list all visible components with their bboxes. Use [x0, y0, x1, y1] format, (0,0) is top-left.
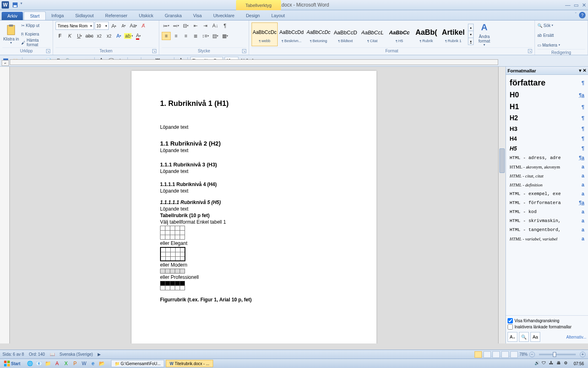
zoom-slider[interactable] — [539, 354, 576, 355]
heading-h5[interactable]: 1.1.1.1.1 Rubriknivå 5 (H5) — [160, 200, 348, 205]
text-effects-button[interactable]: A▾ — [114, 32, 123, 40]
table-caption[interactable]: Tabellrubrik (10 p fet) — [160, 213, 348, 218]
subscript-button[interactable]: x2 — [95, 32, 104, 40]
style-gallery-item[interactable]: AaBbCc¶ H5 — [386, 22, 412, 46]
shrink-font-button[interactable]: A▾ — [119, 22, 128, 30]
tab-utskick[interactable]: Utskick — [133, 11, 159, 20]
styles-pane-dropdown[interactable]: ▾ — [579, 68, 581, 73]
sort-button[interactable]: A↓ — [211, 22, 220, 30]
tray-clock[interactable]: 07:56 — [574, 361, 584, 366]
style-gallery-item[interactable]: AaBbCcDd¶ Beskrivn... — [278, 22, 305, 46]
view-draft[interactable] — [510, 351, 518, 358]
qat-save-icon[interactable] — [11, 1, 19, 9]
styles-scroll-up[interactable]: ▴ — [468, 24, 473, 31]
justify-button[interactable]: ≣ — [191, 32, 200, 40]
manage-styles-button[interactable]: Aa — [530, 332, 540, 342]
change-case-button[interactable]: Aa▾ — [129, 22, 138, 30]
zoom-in-button[interactable]: + — [580, 352, 586, 357]
highlight-button[interactable]: ab▾ — [124, 32, 133, 40]
style-list-item[interactable]: HTML - akronym, akronyma — [508, 162, 586, 171]
quicklaunch-icon[interactable]: 📁 — [44, 359, 52, 368]
format-painter-button[interactable]: 🖌Hämta format — [21, 38, 50, 47]
heading-h4[interactable]: 1.1.1.1 Rubriknivå 4 (H4) — [160, 182, 348, 187]
font-size-combo[interactable]: 10▾ — [95, 22, 109, 30]
align-left-button[interactable]: ≡ — [162, 32, 171, 40]
cut-button[interactable]: ✂Klipp ut — [21, 21, 50, 29]
style-list-item[interactable]: H4¶ — [508, 134, 586, 144]
style-gallery-item[interactable]: AaBbCcL¶ Citat — [359, 22, 385, 46]
italic-button[interactable]: K — [65, 32, 74, 40]
font-launcher[interactable]: ↘ — [152, 49, 156, 53]
style-gallery-item[interactable]: AaBbCcDc¶ webb — [252, 22, 278, 46]
styles-scroll-down[interactable]: ▾ — [468, 31, 473, 38]
help-icon[interactable]: ? — [579, 12, 586, 18]
sample-table-elegant[interactable] — [160, 247, 185, 261]
new-style-button[interactable]: A₊ — [508, 332, 517, 342]
tab-sidlayout[interactable]: Sidlayout — [69, 11, 99, 20]
heading-h1[interactable]: 1. Rubriknivå 1 (H1) — [160, 99, 348, 108]
change-styles-button[interactable]: A Ändra format▾ — [475, 21, 493, 47]
styles-more-button[interactable]: ▾̲ — [468, 38, 473, 45]
style-list-item[interactable]: HTML - tangentbord,a — [508, 225, 586, 234]
minimize-icon[interactable]: — — [565, 2, 570, 8]
view-fullscreen[interactable] — [483, 351, 491, 358]
paste-button[interactable]: Klistra in▾ — [2, 21, 20, 47]
tray-icon[interactable]: ⚙ — [564, 361, 570, 366]
body-text[interactable]: Löpande text — [160, 188, 348, 194]
document-page[interactable]: 1. Rubriknivå 1 (H1) Löpande text 1.1 Ru… — [131, 71, 376, 343]
ribbon-minimize-icon[interactable]: ˇ — [575, 12, 577, 18]
quicklaunch-icon[interactable]: 🌐 — [26, 359, 34, 368]
bold-button[interactable]: F — [56, 32, 65, 40]
view-outline[interactable] — [501, 351, 509, 358]
find-button[interactable]: 🔍Sök▾ — [537, 21, 553, 29]
zoom-slider-thumb[interactable] — [553, 352, 556, 357]
tab-utvecklare[interactable]: Utvecklare — [207, 11, 240, 20]
style-inspector-button[interactable]: 🔍 — [519, 332, 529, 342]
status-page[interactable]: Sida: 6 av 8 — [2, 352, 24, 357]
quicklaunch-icon[interactable]: A — [53, 359, 61, 368]
style-list-item[interactable]: författare¶ — [508, 76, 586, 89]
sample-table-simple[interactable] — [160, 226, 185, 240]
style-list-item[interactable]: HTML - variabel, variabela — [508, 234, 586, 243]
close-icon[interactable]: ✕ — [582, 2, 586, 8]
heading-h3[interactable]: 1.1.1 Rubriknivå 3 (H3) — [160, 162, 348, 168]
bullets-button[interactable]: ≔▾ — [162, 22, 171, 30]
view-web[interactable] — [492, 351, 500, 358]
borders-button[interactable]: ▦▾ — [220, 32, 229, 40]
tab-file[interactable]: Arkiv — [2, 12, 23, 20]
quicklaunch-icon[interactable]: 📧 — [35, 359, 43, 368]
style-list-item[interactable]: H0¶a — [508, 89, 586, 101]
align-right-button[interactable]: ≡ — [181, 32, 190, 40]
modern-text[interactable]: eller Modern — [160, 262, 348, 268]
styles-pane-close[interactable]: ✕ — [583, 68, 586, 73]
line-spacing-button[interactable]: ↕≡▾ — [201, 32, 210, 40]
view-print-layout[interactable] — [474, 351, 482, 358]
tab-design[interactable]: Design — [240, 11, 265, 20]
style-list-item[interactable]: H5¶ — [508, 144, 586, 153]
tray-icon[interactable]: 🖧 — [549, 361, 555, 366]
style-list-item[interactable]: HTML - skrivmaskin,a — [508, 216, 586, 225]
tray-icon[interactable]: 🛡 — [542, 361, 548, 366]
zoom-level[interactable]: 78% — [519, 352, 528, 357]
taskbar-item[interactable]: W Titelrubrik.docx - ... — [166, 360, 213, 367]
preview-checkbox[interactable]: Visa förhandsgranskning — [508, 318, 586, 323]
quicklaunch-icon[interactable]: e — [89, 359, 97, 368]
tab-infoga[interactable]: Infoga — [46, 11, 70, 20]
underline-button[interactable]: U▾ — [75, 32, 84, 40]
vertical-scrollbar[interactable] — [498, 67, 506, 343]
paragraph-launcher[interactable]: ↘ — [242, 49, 246, 53]
body-text[interactable]: Löpande text — [160, 148, 348, 153]
tray-icon[interactable]: 🖶 — [557, 361, 562, 366]
status-words[interactable]: Ord: 140 — [29, 352, 45, 357]
body-text[interactable]: Löpande text — [160, 124, 348, 130]
replace-button[interactable]: abErsätt — [537, 31, 554, 39]
tray-icon[interactable]: 🔊 — [535, 361, 540, 366]
sample-table-professional[interactable] — [160, 281, 185, 290]
heading-h2[interactable]: 1.1 Rubriknivå 2 (H2) — [160, 140, 348, 147]
body-text[interactable]: Löpande text — [160, 206, 348, 212]
font-color-button[interactable]: A▾ — [134, 32, 143, 40]
quicklaunch-icon[interactable]: X — [62, 359, 70, 368]
style-list-item[interactable]: HTML - koda — [508, 207, 586, 216]
linked-checkbox[interactable]: Inaktivera länkade formatmallar — [508, 324, 586, 330]
select-button[interactable]: ▭Markera▾ — [537, 41, 560, 49]
